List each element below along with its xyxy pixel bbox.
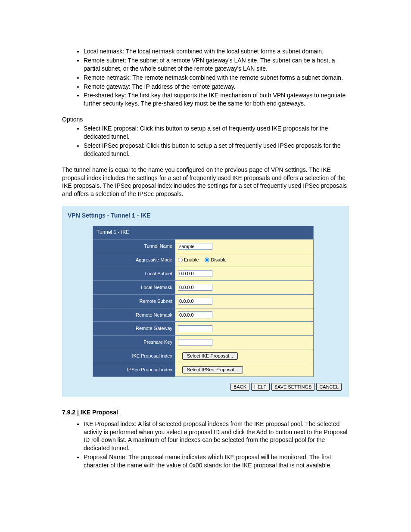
- save-settings-button[interactable]: SAVE SETTINGS: [271, 383, 315, 391]
- panel-title: VPN Settings - Tunnel 1 - IKE: [68, 212, 344, 220]
- panel-footer: BACK HELP SAVE SETTINGS CANCEL: [67, 377, 344, 395]
- local-subnet-input[interactable]: [178, 270, 212, 277]
- remote-subnet-input[interactable]: [178, 298, 212, 305]
- aggressive-disable-radio[interactable]: [205, 258, 209, 262]
- tunnel-form-table: Tunnel 1 - IKE Tunnel Name Aggressive Mo…: [93, 226, 314, 377]
- remote-netmask-input[interactable]: [178, 311, 212, 318]
- back-button[interactable]: BACK: [230, 383, 249, 391]
- aggressive-enable-radio[interactable]: [178, 258, 183, 262]
- tunnel-name-label: Tunnel Name: [93, 240, 175, 253]
- local-netmask-input[interactable]: [178, 284, 212, 291]
- aggressive-mode-label: Aggressive Mode: [93, 253, 175, 267]
- remote-gateway-input[interactable]: [178, 325, 212, 332]
- preshare-key-input[interactable]: [178, 339, 212, 346]
- options-heading: Options: [62, 115, 349, 124]
- remote-netmask-label: Remote Netmask: [93, 308, 175, 322]
- section-heading: 7.9.2 | IKE Proposal: [62, 408, 349, 417]
- intro-bullets: Local netmask: The local netmask combine…: [62, 47, 349, 108]
- local-netmask-label: Local Netmask: [93, 281, 175, 294]
- preshare-key-label: Preshare Key: [93, 336, 175, 349]
- table-header: Tunnel 1 - IKE: [93, 226, 313, 239]
- list-item: Remote netmask: The remote netmask combi…: [84, 74, 349, 82]
- aggressive-mode-radios: Enable Disable: [178, 257, 311, 263]
- list-item: Proposal Name: The proposal name indicat…: [84, 453, 349, 470]
- select-ipsec-proposal-button[interactable]: Select IPSec Proposal...: [182, 366, 243, 373]
- help-button[interactable]: HELP: [251, 383, 270, 391]
- select-ike-proposal-button[interactable]: Select IKE Proposal...: [182, 352, 238, 360]
- cancel-button[interactable]: CANCEL: [316, 383, 342, 391]
- list-item: Select IKE proposal: Click this button t…: [84, 124, 349, 141]
- description-paragraph: The tunnel name is equal to the name you…: [62, 166, 349, 199]
- list-item: Select IPSec proposal: Click this button…: [84, 142, 349, 158]
- list-item: IKE Proposal index: A list of selected p…: [84, 420, 349, 453]
- options-bullets: Select IKE proposal: Click this button t…: [62, 124, 349, 158]
- local-subnet-label: Local Subnet: [93, 267, 175, 280]
- list-item: Pre-shared key: The first key that suppo…: [84, 91, 349, 108]
- list-item: Local netmask: The local netmask combine…: [84, 47, 349, 56]
- vpn-settings-panel: VPN Settings - Tunnel 1 - IKE Tunnel 1 -…: [62, 206, 349, 397]
- remote-gateway-label: Remote Gateway: [93, 322, 175, 335]
- ipsec-index-label: IPSec Proposal index: [93, 363, 175, 376]
- aggressive-disable-label: Disable: [211, 257, 227, 263]
- list-item: Remote gateway: The IP address of the re…: [84, 83, 349, 91]
- ike-index-label: IKE Proposal index: [93, 349, 175, 363]
- tunnel-name-input[interactable]: [178, 243, 212, 250]
- aggressive-enable-label: Enable: [184, 257, 199, 263]
- section-bullets: IKE Proposal index: A list of selected p…: [62, 420, 349, 470]
- list-item: Remote subnet: The subnet of a remote VP…: [84, 56, 349, 73]
- remote-subnet-label: Remote Subnet: [93, 295, 175, 308]
